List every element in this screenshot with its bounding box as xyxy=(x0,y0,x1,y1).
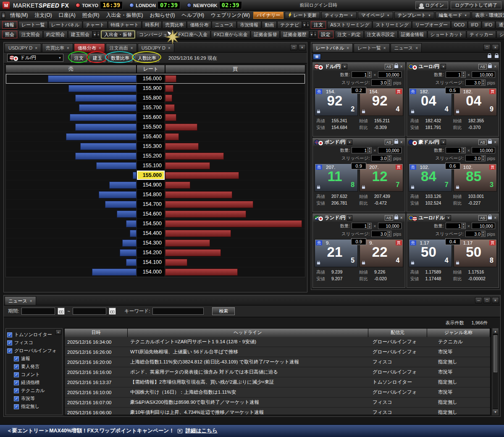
lock-icon[interactable] xyxy=(488,55,491,58)
quantity-stepper[interactable]: 1▲▼ xyxy=(352,223,372,229)
chart-row[interactable]: 155.000 xyxy=(6,171,305,180)
checkbox-checked-icon[interactable]: ✓ xyxy=(14,356,19,361)
toolbar-button[interactable]: 証拠金振替 xyxy=(251,31,280,38)
scroll-down-icon[interactable]: ▼ xyxy=(493,409,498,415)
menu-button-rate[interactable]: レート更新 xyxy=(285,12,320,19)
as-streaming-button[interactable]: AS xyxy=(478,140,487,145)
tab-close-icon[interactable]: × xyxy=(415,46,418,50)
scrollbar-thumb[interactable] xyxy=(494,335,497,372)
stepper-arrows-icon[interactable]: ▲▼ xyxy=(461,72,465,77)
chart-row[interactable]: 156.000 xyxy=(6,74,305,84)
chart-row[interactable]: 154.600 xyxy=(6,209,305,219)
slippage-stepper[interactable]: 3.0▲▼ xyxy=(371,231,391,237)
toolbar-button[interactable]: レートパネル xyxy=(48,21,82,29)
toolbar-button[interactable]: FX口座から出金 xyxy=(211,31,251,38)
down-arrow-icon[interactable]: ▼ xyxy=(367,75,371,78)
stepper-arrows-icon[interactable]: ▲▼ xyxy=(387,231,391,237)
down-arrow-icon[interactable]: ▼ xyxy=(387,158,391,161)
down-arrow-icon[interactable]: ▼ xyxy=(461,150,465,153)
slippage-stepper[interactable]: 3.0▲▼ xyxy=(465,79,486,86)
menu-button-drop[interactable]: マイページ▼ xyxy=(358,12,393,19)
menu-button-binary[interactable]: バイナリー xyxy=(253,12,284,19)
chart-row[interactable]: 154.800 xyxy=(6,190,305,200)
as-streaming-button[interactable]: AS xyxy=(478,64,487,69)
menu-button-drop[interactable]: テンプレート▼ xyxy=(394,12,434,19)
checkbox-checked-icon[interactable]: ✓ xyxy=(14,372,19,377)
chart-row[interactable]: 154.500 xyxy=(6,219,305,229)
checkbox-checked-icon[interactable]: ✓ xyxy=(14,388,19,393)
toolbar-button[interactable]: OCO xyxy=(451,21,467,29)
lot-size-field[interactable]: 10,000 xyxy=(472,71,495,78)
as-streaming-button[interactable]: AS xyxy=(385,64,393,69)
news-row[interactable]: 2025/12/16 16:16:00ポンド、英雇用データの発表後に強含み 対ド… xyxy=(65,367,490,377)
close-icon[interactable]: × xyxy=(493,216,497,220)
column-header[interactable]: 日時 xyxy=(65,329,128,337)
toolbar-group-label[interactable]: 入出金・振替 xyxy=(101,31,135,38)
lock-icon[interactable] xyxy=(495,55,499,58)
menu-button-drop[interactable]: ティッカー▼ xyxy=(321,12,357,19)
checkbox-checked-icon[interactable]: ✓ xyxy=(14,364,19,369)
chevron-down-icon[interactable]: ▼ xyxy=(347,215,352,221)
news-row[interactable]: 2025/12/16 16:06:00豪10年債利回りは上昇、4.734%近辺で… xyxy=(65,408,490,415)
slippage-stepper[interactable]: 3.0▲▼ xyxy=(371,155,391,161)
chevron-down-icon[interactable]: ▼ xyxy=(446,215,451,221)
news-row[interactable]: 2025/12/16 16:20:00上海総合指数1.11%安の3824.812… xyxy=(65,357,490,367)
news-row[interactable]: 2025/12/16 16:26:00WTI原油先物相場、上値重い 56ドル台半… xyxy=(65,347,490,357)
close-icon[interactable]: × xyxy=(492,297,499,303)
toolbar-close-icon[interactable]: × xyxy=(307,21,309,28)
period-to-input[interactable] xyxy=(73,308,106,315)
close-icon[interactable]: × xyxy=(299,44,306,50)
source-filter-item[interactable]: ✓コメント xyxy=(7,371,61,379)
pair-selector[interactable]: ドル/円 ▼ xyxy=(7,54,63,62)
campaign-link[interactable]: 詳細はこちら xyxy=(186,427,218,434)
chevron-down-icon[interactable]: ▼ xyxy=(441,140,446,145)
quantity-stepper[interactable]: 1▲▼ xyxy=(352,71,372,78)
chart-row[interactable]: 155.100 xyxy=(6,161,305,171)
lock-icon[interactable] xyxy=(488,141,492,144)
maximize-icon[interactable]: □ xyxy=(483,44,491,50)
column-header[interactable]: ジャンル名称 xyxy=(427,329,490,337)
checkbox-checked-icon[interactable]: ✓ xyxy=(7,332,12,337)
tab-close-icon[interactable]: × xyxy=(99,46,101,50)
down-arrow-icon[interactable]: ▼ xyxy=(367,226,371,229)
toolbar-button[interactable]: ニュース xyxy=(212,21,236,29)
quantity-stepper[interactable]: 1▲▼ xyxy=(352,147,372,153)
chart-row[interactable]: 154.400 xyxy=(6,229,305,238)
stepper-arrows-icon[interactable]: ▲▼ xyxy=(387,155,391,161)
tab-news[interactable]: ニュース × xyxy=(5,296,36,305)
source-filter-item[interactable]: ✓要人発言 xyxy=(7,363,61,371)
close-icon[interactable]: × xyxy=(399,140,404,145)
as-streaming-button[interactable]: AS xyxy=(478,215,487,221)
close-icon[interactable]: × xyxy=(399,64,404,69)
as-streaming-button[interactable]: AS xyxy=(385,215,393,221)
logout-button[interactable]: ログアウトして終了 xyxy=(451,1,501,9)
close-icon[interactable]: × xyxy=(493,64,497,69)
toolbar-button[interactable]: IFD xyxy=(468,21,481,29)
chart-row[interactable]: 154.200 xyxy=(6,248,305,258)
toolbar-button[interactable]: システム xyxy=(496,31,504,38)
toolbar-button[interactable]: 証拠金履歴 xyxy=(280,31,309,38)
quantity-stepper[interactable]: 1▲▼ xyxy=(446,223,466,229)
toolbar-button[interactable]: ショートカット xyxy=(428,31,467,38)
close-icon[interactable]: × xyxy=(493,140,497,145)
toolbar-button[interactable]: 注文・約定 xyxy=(335,31,364,38)
chart-row[interactable]: 154.700 xyxy=(6,200,305,209)
chart-row[interactable]: 155.800 xyxy=(6,93,305,103)
chevron-down-icon[interactable]: ▼ xyxy=(342,64,347,69)
down-arrow-icon[interactable]: ▼ xyxy=(461,226,465,229)
chart-row[interactable]: 154.900 xyxy=(6,180,305,190)
stepper-arrows-icon[interactable]: ▲▼ xyxy=(387,80,391,85)
chevron-down-icon[interactable]: ▼ xyxy=(441,64,446,69)
chart-row[interactable]: 155.300 xyxy=(6,142,305,151)
lot-size-field[interactable]: 10,000 xyxy=(472,147,495,153)
tab-レートパネル[interactable]: レートパネル× xyxy=(312,43,353,52)
toolbar-button[interactable]: 売買比率 xyxy=(162,21,186,29)
chart-row[interactable]: 155.200 xyxy=(6,151,305,161)
menu-item[interactable]: ウェブリンク(W) xyxy=(207,11,253,20)
toolbar-close-icon[interactable]: × xyxy=(97,31,100,38)
source-filter-item[interactable]: ✓テクニカル xyxy=(7,387,61,395)
stepper-arrows-icon[interactable]: ▲▼ xyxy=(481,80,485,85)
tab-ニュース[interactable]: ニュース× xyxy=(391,43,422,52)
tab-close-icon[interactable]: × xyxy=(67,46,69,50)
chart-row[interactable]: 155.900 xyxy=(6,84,305,93)
